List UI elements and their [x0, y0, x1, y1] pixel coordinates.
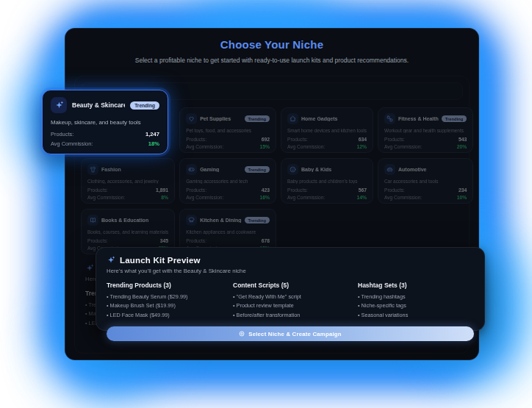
- list-item: "Get Ready With Me" script: [233, 293, 358, 301]
- commission-label: Avg Commission:: [51, 140, 93, 147]
- niche-description: Kitchen appliances and cookware: [186, 229, 270, 235]
- tshirt-icon: [87, 164, 98, 175]
- card-header: Home Gadgets: [287, 113, 367, 124]
- list-item: Seasonal variations: [358, 311, 474, 320]
- commission-label: Avg Commission:: [384, 195, 422, 200]
- niche-description: Workout gear and health supplements: [384, 128, 467, 133]
- niche-description: Baby products and children's toys: [287, 179, 367, 184]
- niche-description: Books, courses, and learning materials: [87, 229, 168, 235]
- home-icon: [287, 113, 298, 124]
- column-heading: Hashtag Sets (3): [358, 282, 474, 289]
- target-icon: [239, 331, 245, 337]
- trending-badge: Trending: [245, 166, 270, 173]
- products-value: 345: [160, 238, 168, 243]
- card-header: Fitness & Health Trending: [384, 113, 467, 124]
- sparkles-icon: [51, 97, 67, 113]
- cta-label: Select Niche & Create Campaign: [248, 331, 341, 337]
- column-heading: Content Scripts (5): [233, 282, 358, 289]
- launch-kit-columns: Trending Products (3) Trending Beauty Se…: [107, 282, 474, 320]
- niche-name: Fashion: [101, 167, 168, 172]
- niche-description: Smart home devices and kitchen tools: [287, 128, 367, 133]
- list-item: Product review template: [233, 301, 358, 310]
- niche-card-fitness-health[interactable]: Fitness & Health Trending Workout gear a…: [378, 107, 473, 153]
- products-stat: Products: 1,891: [87, 187, 168, 193]
- column-heading: Trending Products (3): [107, 282, 233, 289]
- products-label: Products:: [186, 137, 206, 142]
- list-item: LED Face Mask ($49.99): [107, 311, 233, 320]
- niche-description: Makeup, skincare, and beauty tools: [51, 119, 159, 126]
- niche-name: Baby & Kids: [301, 167, 367, 172]
- commission-value: 15%: [259, 144, 270, 149]
- commission-value: 14%: [356, 195, 367, 200]
- trending-badge: Trending: [245, 217, 270, 223]
- card-header: Beauty & Skincare Trending: [51, 97, 159, 113]
- column-list: Trending hashtags Niche-specific tags Se…: [358, 293, 474, 320]
- niche-card-gaming[interactable]: Gaming Trending Gaming accessories and t…: [179, 158, 276, 204]
- card-header: Fashion: [87, 164, 168, 175]
- card-header: Gaming Trending: [186, 164, 270, 175]
- products-label: Products:: [186, 187, 206, 193]
- niche-name: Beauty & Skincare: [72, 101, 125, 109]
- products-stat: Products: 234: [384, 187, 467, 193]
- products-value: 678: [262, 238, 270, 243]
- niche-card-pet-supplies[interactable]: Pet Supplies Trending Pet toys, food, an…: [179, 107, 276, 153]
- products-stat: Products: 678: [186, 238, 270, 243]
- select-niche-create-campaign-button[interactable]: Select Niche & Create Campaign: [107, 326, 474, 341]
- niche-name: Gaming: [200, 167, 241, 172]
- content-scripts-column: Content Scripts (5) "Get Ready With Me" …: [233, 282, 358, 320]
- niche-name: Books & Education: [101, 218, 168, 223]
- car-icon: [384, 164, 395, 175]
- list-item: Before/after transformation: [233, 311, 358, 320]
- products-value: 634: [359, 137, 367, 142]
- products-label: Products:: [186, 238, 206, 243]
- niche-card-baby-kids[interactable]: Baby & Kids Baby products and children's…: [281, 158, 373, 204]
- products-value: 1,891: [156, 187, 168, 193]
- card-header: Kitchen & Dining Trending: [186, 215, 270, 226]
- products-value: 567: [359, 187, 367, 193]
- commission-stat: Avg Commission: 20%: [384, 144, 467, 149]
- niche-description: Pet toys, food, and accessories: [186, 128, 270, 133]
- products-stat: Products: 345: [87, 238, 168, 243]
- commission-label: Avg Commission:: [287, 144, 325, 149]
- sparkles-icon: [107, 256, 115, 265]
- products-value: 543: [459, 137, 467, 142]
- commission-label: Avg Commission:: [186, 144, 223, 149]
- card-header: Pet Supplies Trending: [186, 113, 270, 124]
- products-value: 1,247: [145, 131, 159, 137]
- niche-description: Gaming accessories and tech: [186, 179, 270, 184]
- commission-stat: Avg Commission: 10%: [384, 195, 467, 200]
- niche-card-fashion[interactable]: Fashion Clothing, accessories, and jewel…: [81, 158, 175, 204]
- products-stat: Products: 634: [287, 137, 367, 142]
- launch-kit-subtitle: Here's what you'll get with the Beauty &…: [107, 268, 474, 274]
- products-stat: Products: 567: [287, 187, 367, 193]
- niche-description: Clothing, accessories, and jewelry: [87, 179, 168, 184]
- hashtag-sets-column: Hashtag Sets (3) Trending hashtags Niche…: [358, 282, 474, 320]
- niche-card-automotive[interactable]: Automotive Car accessories and tools Pro…: [378, 158, 473, 204]
- niche-description: Car accessories and tools: [384, 179, 467, 184]
- products-label: Products:: [87, 238, 108, 243]
- list-item: Trending Beauty Serum ($29.99): [107, 293, 233, 301]
- card-header: Automotive: [384, 164, 467, 175]
- niche-name: Home Gadgets: [301, 116, 367, 121]
- card-header: Books & Education: [87, 215, 168, 226]
- featured-card-beauty-skincare[interactable]: Beauty & Skincare Trending Makeup, skinc…: [42, 90, 168, 154]
- commission-value: 20%: [457, 144, 467, 149]
- commission-label: Avg Commission:: [87, 195, 125, 200]
- commission-stat: Avg Commission: 16%: [186, 195, 270, 200]
- niche-card-home-gadgets[interactable]: Home Gadgets Smart home devices and kitc…: [281, 107, 373, 153]
- commission-stat: Avg Commission: 18%: [51, 140, 159, 147]
- products-label: Products:: [287, 137, 308, 142]
- products-label: Products:: [287, 187, 308, 193]
- products-value: 692: [262, 137, 270, 142]
- list-item: Niche-specific tags: [358, 301, 474, 310]
- products-label: Products:: [384, 137, 405, 142]
- commission-stat: Avg Commission: 12%: [287, 144, 367, 149]
- products-label: Products:: [51, 131, 73, 137]
- commission-label: Avg Commission:: [287, 195, 325, 200]
- niche-name: Fitness & Health: [398, 116, 439, 121]
- list-item: Makeup Brush Set ($19.99): [107, 301, 233, 310]
- products-label: Products:: [87, 187, 108, 193]
- commission-stat: Avg Commission: 15%: [186, 144, 270, 149]
- book-icon: [87, 215, 98, 226]
- commission-value: 10%: [457, 195, 467, 200]
